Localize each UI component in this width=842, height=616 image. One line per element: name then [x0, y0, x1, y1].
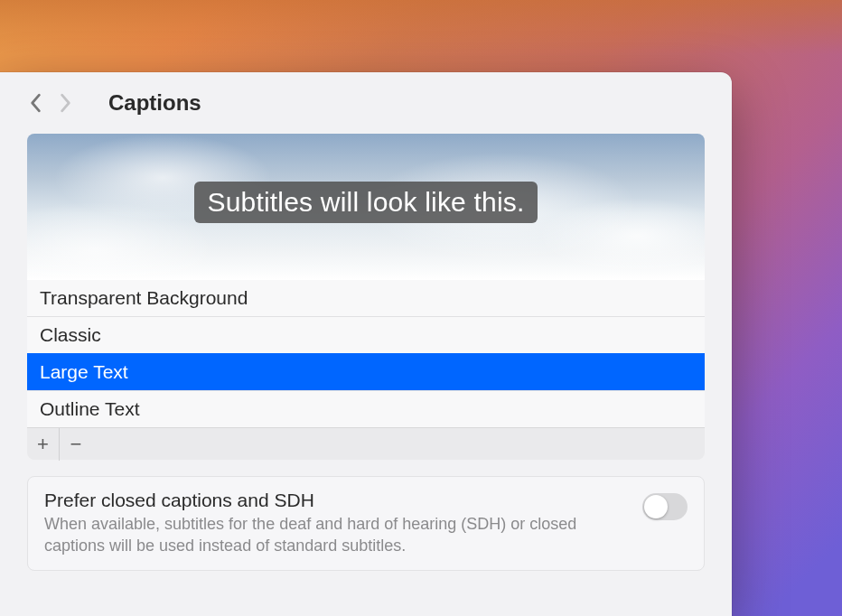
sdh-toggle[interactable] [642, 493, 688, 520]
chevron-left-icon [29, 93, 42, 113]
list-footer: + − [27, 427, 705, 460]
style-item-label: Classic [40, 324, 101, 345]
style-item-large-text[interactable]: Large Text [27, 353, 705, 390]
header: Captions [27, 90, 705, 116]
caption-preview: Subtitles will look like this. [27, 134, 705, 280]
style-item-label: Large Text [40, 361, 128, 382]
sdh-title: Prefer closed captions and SDH [44, 490, 624, 511]
style-item-label: Transparent Background [40, 287, 248, 308]
caption-styles-list: Transparent Background Classic Large Tex… [27, 280, 705, 427]
subtitle-preview-text: Subtitles will look like this. [194, 182, 537, 223]
chevron-right-icon [60, 93, 72, 113]
forward-button[interactable] [58, 92, 74, 114]
sdh-panel: Prefer closed captions and SDH When avai… [27, 476, 705, 571]
remove-style-button[interactable]: − [60, 428, 92, 461]
plus-icon: + [37, 433, 49, 456]
page-title: Captions [108, 90, 201, 116]
style-item-classic[interactable]: Classic [27, 316, 705, 353]
style-item-outline-text[interactable]: Outline Text [27, 390, 705, 427]
style-item-label: Outline Text [40, 398, 140, 419]
nav-buttons [27, 92, 74, 114]
style-item-transparent-background[interactable]: Transparent Background [27, 280, 705, 316]
settings-window: Captions Subtitles will look like this. … [0, 72, 732, 616]
add-style-button[interactable]: + [27, 428, 60, 461]
minus-icon: − [70, 433, 82, 456]
sdh-text-block: Prefer closed captions and SDH When avai… [44, 490, 624, 557]
sdh-description: When available, subtitles for the deaf a… [44, 513, 624, 557]
back-button[interactable] [27, 92, 43, 114]
